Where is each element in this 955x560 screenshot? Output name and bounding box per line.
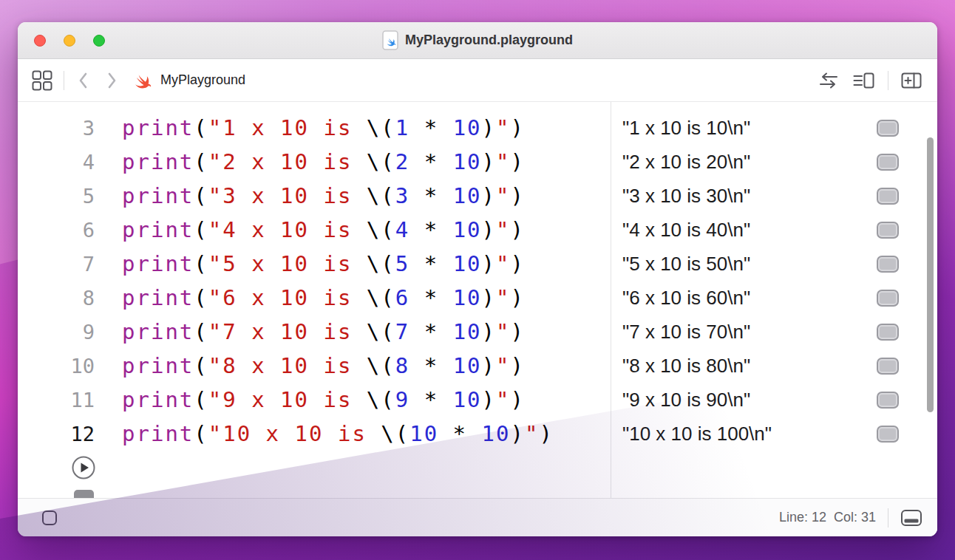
code-review-icon[interactable]	[817, 71, 840, 90]
line-number: 3	[18, 117, 95, 140]
inline-result-button[interactable]	[877, 188, 899, 205]
line-number: 12	[18, 423, 95, 445]
inline-result-button[interactable]	[877, 222, 899, 239]
code-line[interactable]: 11print("9 x 10 is \(9 * 10)")	[18, 383, 611, 417]
inline-result-button[interactable]	[877, 426, 899, 443]
code-rows: 3print("1 x 10 is \(1 * 10)")4print("2 x…	[18, 111, 611, 451]
window-title-text: MyPlayground.playground	[405, 33, 573, 48]
code-line[interactable]: 4print("2 x 10 is \(2 * 10)")	[18, 145, 611, 179]
inline-result-button[interactable]	[877, 324, 899, 341]
cursor-position-label: Line: 12 Col: 31	[779, 510, 876, 525]
result-text: "1 x 10 is 10\n"	[622, 117, 750, 140]
inline-result-button[interactable]	[877, 256, 899, 273]
code-text: print("7 x 10 is \(7 * 10)")	[122, 319, 525, 344]
result-row: "1 x 10 is 10\n"	[611, 111, 937, 145]
result-row: "5 x 10 is 50\n"	[611, 247, 937, 281]
editor-options-icon[interactable]	[852, 71, 876, 90]
line-number: 4	[18, 151, 95, 174]
code-line[interactable]: 9print("7 x 10 is \(7 * 10)")	[18, 315, 611, 349]
toolbar-separator	[64, 71, 64, 90]
zoom-button[interactable]	[93, 35, 105, 47]
line-number: 5	[18, 185, 95, 208]
code-line[interactable]: 8print("6 x 10 is \(6 * 10)")	[18, 281, 611, 315]
result-text: "8 x 10 is 80\n"	[622, 355, 750, 378]
result-row: "3 x 10 is 30\n"	[611, 179, 937, 213]
partially-visible-element	[74, 490, 94, 498]
result-text: "9 x 10 is 90\n"	[622, 389, 750, 412]
line-number: 6	[18, 219, 95, 242]
code-text: print("2 x 10 is \(2 * 10)")	[122, 149, 525, 174]
code-line[interactable]: 7print("5 x 10 is \(5 * 10)")	[18, 247, 611, 281]
code-line[interactable]: 10print("8 x 10 is \(8 * 10)")	[18, 349, 611, 383]
forward-chevron-icon[interactable]	[103, 70, 120, 91]
code-text: print("9 x 10 is \(9 * 10)")	[122, 387, 525, 412]
toolbar-separator	[888, 71, 888, 90]
statusbar-separator	[888, 508, 888, 527]
desktop-wallpaper: MyPlayground.playground	[0, 0, 955, 560]
statusbar: Line: 12 Col: 31	[18, 498, 937, 536]
editor-area: 3print("1 x 10 is \(1 * 10)")4print("2 x…	[18, 102, 937, 498]
titlebar: MyPlayground.playground	[18, 22, 937, 59]
result-row: "10 x 10 is 100\n"	[611, 417, 937, 451]
toolbar: MyPlayground	[18, 59, 937, 102]
inline-result-button[interactable]	[877, 290, 899, 307]
result-row: "4 x 10 is 40\n"	[611, 213, 937, 247]
toolbar-right-group	[805, 71, 922, 90]
grid-icon[interactable]	[31, 69, 53, 92]
line-number: 8	[18, 287, 95, 310]
result-text: "5 x 10 is 50\n"	[622, 253, 750, 276]
add-editor-icon[interactable]	[900, 71, 922, 90]
code-text: print("4 x 10 is \(4 * 10)")	[122, 217, 525, 242]
inline-result-button[interactable]	[877, 120, 899, 137]
line-number: 9	[18, 321, 95, 344]
vertical-scrollbar-thumb[interactable]	[927, 137, 934, 412]
playground-document-icon	[382, 30, 398, 50]
show-debug-area-icon[interactable]	[900, 509, 922, 527]
project-name-label[interactable]: MyPlayground	[160, 72, 245, 88]
window-title: MyPlayground.playground	[18, 30, 937, 50]
code-text: print("1 x 10 is \(1 * 10)")	[122, 115, 525, 140]
code-pane[interactable]: 3print("1 x 10 is \(1 * 10)")4print("2 x…	[18, 102, 611, 498]
inline-result-button[interactable]	[877, 392, 899, 409]
code-line[interactable]: 3print("1 x 10 is \(1 * 10)")	[18, 111, 611, 145]
minimize-button[interactable]	[64, 35, 75, 47]
result-row: "7 x 10 is 70\n"	[611, 315, 937, 349]
code-text: print("6 x 10 is \(6 * 10)")	[122, 285, 525, 310]
playground-window: MyPlayground.playground	[18, 22, 937, 536]
results-pane: "1 x 10 is 10\n""2 x 10 is 20\n""3 x 10 …	[611, 102, 937, 498]
result-row: "6 x 10 is 60\n"	[611, 281, 937, 315]
inline-result-button[interactable]	[877, 358, 899, 375]
inline-result-button[interactable]	[877, 154, 899, 171]
result-text: "2 x 10 is 20\n"	[622, 151, 750, 174]
run-button[interactable]	[71, 455, 96, 480]
close-button[interactable]	[34, 35, 46, 47]
square-outline-icon[interactable]	[41, 510, 58, 526]
result-text: "6 x 10 is 60\n"	[622, 287, 750, 310]
code-text: print("5 x 10 is \(5 * 10)")	[122, 251, 525, 276]
toolbar-left-group: MyPlayground	[31, 69, 256, 92]
result-row: "9 x 10 is 90\n"	[611, 383, 937, 417]
result-text: "4 x 10 is 40\n"	[622, 219, 750, 242]
result-text: "10 x 10 is 100\n"	[622, 423, 772, 445]
result-text: "3 x 10 is 30\n"	[622, 185, 750, 208]
window-controls	[34, 35, 105, 47]
code-text: print("8 x 10 is \(8 * 10)")	[122, 353, 525, 378]
swift-icon	[131, 70, 152, 91]
code-line[interactable]: 6print("4 x 10 is \(4 * 10)")	[18, 213, 611, 247]
result-rows: "1 x 10 is 10\n""2 x 10 is 20\n""3 x 10 …	[611, 111, 937, 451]
result-row: "2 x 10 is 20\n"	[611, 145, 937, 179]
play-icon	[71, 455, 96, 480]
result-row: "8 x 10 is 80\n"	[611, 349, 937, 383]
result-text: "7 x 10 is 70\n"	[622, 321, 750, 344]
code-text: print("10 x 10 is \(10 * 10)")	[122, 421, 554, 446]
line-number: 11	[18, 389, 95, 412]
line-number: 10	[18, 355, 95, 378]
line-number: 7	[18, 253, 95, 276]
code-line[interactable]: 5print("3 x 10 is \(3 * 10)")	[18, 179, 611, 213]
code-text: print("3 x 10 is \(3 * 10)")	[122, 183, 525, 208]
code-line[interactable]: 12print("10 x 10 is \(10 * 10)")	[18, 417, 611, 451]
back-chevron-icon[interactable]	[75, 70, 92, 91]
